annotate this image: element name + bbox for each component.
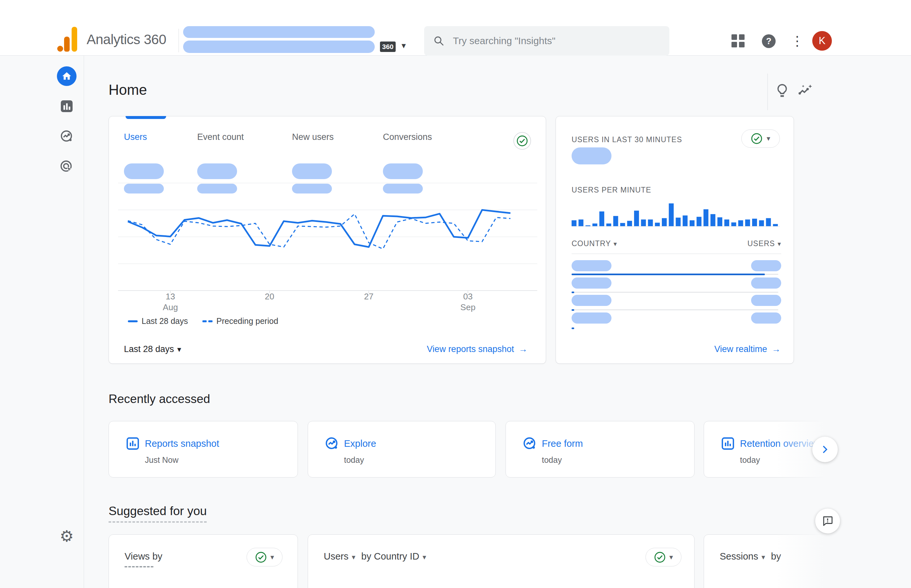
carousel-next-button[interactable] [812, 437, 838, 462]
recent-card-subtitle: today [344, 455, 364, 465]
sort-caret-icon: ▾ [613, 240, 617, 247]
caret-down-icon: ▾ [352, 553, 356, 561]
legend-label-current: Last 28 days [142, 317, 188, 326]
dimension-label[interactable]: by [771, 551, 781, 562]
redacted-users-value [751, 295, 781, 306]
feedback-button[interactable] [815, 509, 840, 533]
recent-card-subtitle: today [542, 455, 562, 465]
explore-icon [324, 436, 340, 451]
360-badge: 360 [380, 42, 396, 52]
redacted-country-name [571, 312, 612, 323]
recent-card-subtitle: Just Now [145, 455, 178, 465]
app-header: Analytics 360 360 ▾ ? ⋮ K [0, 0, 911, 56]
redacted-users-value [751, 312, 781, 323]
dimension-label[interactable]: by Country ID [361, 551, 419, 562]
redacted-country-name [571, 260, 612, 271]
sidebar-item-reports[interactable] [57, 97, 76, 116]
suggested-card-text: Users▾ by Country ID▾ [324, 551, 429, 562]
arrow-right-icon: → [772, 344, 780, 354]
active-tab-indicator [126, 116, 166, 119]
redacted-account-name [183, 26, 375, 38]
property-caret-icon[interactable]: ▾ [401, 40, 406, 51]
insights-sparkline-icon[interactable] [796, 82, 814, 99]
row-bar-track [571, 292, 778, 292]
help-icon[interactable]: ? [762, 34, 776, 48]
realtime-title: USERS IN LAST 30 MINUTES [571, 135, 682, 144]
apps-grid-icon[interactable] [731, 34, 744, 47]
product-name: Analytics 360 [87, 32, 166, 47]
more-vert-icon[interactable]: ⋮ [791, 33, 804, 48]
metric-tab-users[interactable]: Users [124, 132, 147, 142]
search-bar[interactable] [424, 26, 669, 56]
redacted-users-count [571, 147, 612, 165]
table-divider [571, 254, 781, 254]
dimension-label[interactable]: Views by [125, 551, 162, 562]
analytics-home-link[interactable]: Analytics 360 [57, 27, 166, 52]
legend-dashed-swatch [202, 320, 212, 322]
suggested-card-2[interactable]: Users▾ by Country ID▾ ▾ [308, 535, 694, 588]
redacted-dimension-underline [125, 566, 153, 567]
suggested-heading: Suggested for you [108, 504, 207, 523]
search-input[interactable] [453, 35, 649, 47]
analytics-home-screen: Analytics 360 360 ▾ ? ⋮ K [0, 0, 911, 588]
dropdown-caret-icon: ▾ [669, 553, 673, 562]
redacted-country-name [571, 295, 612, 306]
realtime-status-dropdown[interactable]: ▾ [741, 129, 780, 148]
card-status-dropdown[interactable]: ▾ [646, 548, 681, 567]
users-per-minute-bar-chart [571, 199, 780, 228]
sidebar-item-explore[interactable] [57, 126, 76, 146]
home-icon [61, 71, 72, 81]
recent-card-title: Explore [344, 438, 376, 449]
page-title: Home [108, 82, 147, 98]
insights-lightbulb-icon[interactable] [773, 82, 791, 99]
title-divider [767, 74, 768, 110]
sort-caret-icon: ▾ [778, 240, 781, 247]
redacted-country-name [571, 278, 612, 289]
recent-card-free-form[interactable]: Free formtoday [505, 421, 694, 478]
explore-icon [522, 436, 537, 451]
country-column-header[interactable]: COUNTRY▾ [571, 239, 617, 248]
card-status-dropdown[interactable]: ▾ [246, 548, 283, 567]
dropdown-caret-icon: ▾ [270, 553, 274, 562]
data-quality-check-button[interactable] [513, 132, 531, 150]
metric-tab-conversions[interactable]: Conversions [383, 132, 432, 142]
dimension-label[interactable]: Sessions [720, 551, 758, 562]
sidebar-item-home[interactable] [57, 66, 76, 86]
suggested-card-text: Sessions▾ by [720, 551, 781, 562]
recent-card-explore[interactable]: Exploretoday [308, 421, 496, 478]
dimension-label[interactable]: Users [324, 551, 349, 562]
recent-card-reports-snapshot[interactable]: Reports snapshotJust Now [108, 421, 298, 478]
users-column-header[interactable]: USERS▾ [748, 239, 781, 248]
users-trend-line-chart: 13Aug202703Sep [118, 174, 537, 315]
row-users-bar [571, 292, 574, 293]
settings-gear-icon[interactable]: ⚙ [57, 526, 76, 546]
left-nav: ⚙ [0, 56, 84, 588]
recently-accessed-heading: Recently accessed [108, 392, 210, 406]
metric-tab-label: Event count [197, 132, 244, 142]
suggested-card-1[interactable]: Views by ▾ [108, 535, 298, 588]
explore-nav-icon [60, 129, 74, 144]
reports-icon [61, 100, 73, 112]
redacted-users-value [751, 278, 781, 289]
google-analytics-logo-icon [57, 27, 78, 52]
row-users-bar [571, 273, 765, 275]
view-realtime-link[interactable]: View realtime→ [714, 344, 780, 354]
check-circle-icon [654, 551, 666, 563]
metric-tab-event-count[interactable]: Event count [197, 132, 244, 142]
header-divider [178, 29, 179, 52]
view-reports-snapshot-link[interactable]: View reports snapshot→ [427, 344, 528, 354]
date-range-selector[interactable]: Last 28 days▾ [124, 344, 181, 354]
svg-text:Aug: Aug [163, 302, 178, 312]
recent-card-title: Free form [542, 438, 583, 449]
metric-tab-new-users[interactable]: New users [292, 132, 334, 142]
caret-down-icon: ▾ [762, 553, 765, 561]
sidebar-item-advertising[interactable] [57, 157, 76, 176]
date-range-caret-icon: ▾ [177, 345, 181, 354]
users-per-minute-label: USERS PER MINUTE [571, 186, 651, 194]
check-circle-icon [751, 133, 762, 144]
avatar[interactable]: K [812, 31, 832, 51]
feedback-icon [822, 515, 833, 527]
row-users-bar [571, 328, 574, 329]
suggested-card-3[interactable]: Sessions▾ by [704, 535, 835, 588]
advertising-icon [60, 160, 74, 174]
